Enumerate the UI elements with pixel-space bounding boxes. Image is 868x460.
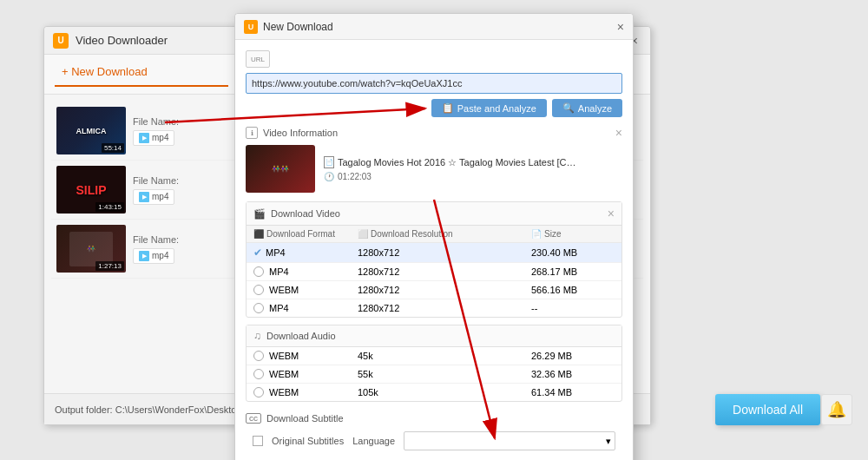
resolution-col-icon: ⬜ (358, 229, 368, 239)
url-input[interactable] (246, 73, 622, 94)
video-details: 📄 Tagalog Movies Hot 2016 ☆ Tagalog Movi… (324, 156, 622, 181)
url-icon: URL (246, 50, 270, 68)
format-cell: WEBM (253, 369, 358, 379)
video-info-close[interactable]: × (615, 126, 622, 140)
new-download-dialog: U New Download × URL 📋 Paste and Analyze (234, 13, 634, 460)
dialog-title: New Download (263, 21, 617, 33)
col-resolution-header: ⬜ Download Resolution (358, 229, 531, 239)
table-row[interactable]: MP4 1280x712 -- (247, 299, 621, 317)
search-icon: 🔍 (562, 102, 575, 114)
radio-button (253, 387, 264, 398)
video-info-row: 👫👫 📄 Tagalog Movies Hot 2016 ☆ Tagalog M… (246, 145, 622, 193)
dialog-logo: U (244, 20, 258, 34)
format-cell: MP4 (253, 266, 358, 277)
url-label-row: URL (246, 50, 622, 68)
url-buttons: 📋 Paste and Analyze 🔍 Analyze (246, 99, 622, 117)
download-video-header: 🎬 Download Video × (247, 202, 621, 226)
download-audio-section: ♫ Download Audio WEBM 45k 26.29 MB (246, 325, 622, 402)
video-info-section-header: ℹ Video Information × (246, 126, 622, 140)
radio-button (253, 369, 264, 379)
col-size-header: 📄 Size (531, 229, 601, 239)
download-video-section: 🎬 Download Video × ⬛ Download Format ⬜ D… (246, 201, 622, 318)
format-cell: WEBM (253, 387, 358, 398)
table-row[interactable]: WEBM 1280x712 566.16 MB (247, 281, 621, 299)
clock-icon: 🕐 (324, 172, 334, 181)
radio-button (253, 303, 264, 313)
language-select[interactable]: ▾ (404, 431, 615, 450)
paste-analyze-button[interactable]: 📋 Paste and Analyze (431, 99, 547, 117)
video-title-text: Tagalog Movies Hot 2016 ☆ Tagalog Movies… (338, 157, 581, 168)
radio-button (253, 266, 264, 277)
col-format-header: ⬛ Download Format (253, 229, 358, 239)
format-cell: ✔ MP4 (253, 246, 358, 259)
size-col-icon: 📄 (531, 229, 542, 239)
video-title-line: 📄 Tagalog Movies Hot 2016 ☆ Tagalog Movi… (324, 156, 622, 168)
radio-button (253, 351, 264, 361)
table-row[interactable]: MP4 1280x712 268.17 MB (247, 263, 621, 281)
clipboard-icon: 📋 (442, 102, 454, 114)
download-video-close[interactable]: × (608, 207, 615, 220)
table-row[interactable]: WEBM 45k 26.29 MB (247, 347, 621, 365)
cc-icon: CC (246, 413, 261, 424)
table-row[interactable]: ✔ MP4 1280x712 230.40 MB (247, 243, 621, 263)
dialog-overlay: U New Download × URL 📋 Paste and Analyze (0, 0, 868, 460)
doc-icon: 📄 (324, 156, 334, 168)
dialog-body: URL 📋 Paste and Analyze 🔍 Analyze ℹ (235, 40, 633, 460)
audio-section-header: ♫ Download Audio (247, 325, 621, 347)
url-section: URL 📋 Paste and Analyze 🔍 Analyze (246, 50, 622, 117)
video-preview-thumbnail: 👫👫 (246, 145, 315, 193)
format-cell: MP4 (253, 303, 358, 313)
check-icon: ✔ (253, 246, 262, 259)
table-header: ⬛ Download Format ⬜ Download Resolution … (247, 226, 621, 243)
table-row[interactable]: WEBM 105k 61.34 MB (247, 384, 621, 401)
radio-button (253, 285, 264, 295)
original-subtitles-checkbox[interactable] (253, 436, 263, 446)
dialog-close-button[interactable]: × (617, 20, 624, 34)
music-icon: ♫ (253, 330, 261, 342)
video-rows-container: ✔ MP4 1280x712 230.40 MB MP4 1280x71 (247, 243, 621, 317)
subtitle-section: CC Download Subtitle Original Subtitles … (246, 409, 622, 454)
format-col-icon: ⬛ (253, 229, 264, 239)
subtitle-row: Original Subtitles Language ▾ (246, 428, 622, 454)
dialog-titlebar: U New Download × (235, 14, 633, 40)
format-cell: WEBM (253, 285, 358, 295)
info-icon: ℹ (246, 127, 258, 139)
video-download-icon: 🎬 (253, 208, 266, 220)
chevron-down-icon: ▾ (606, 436, 611, 447)
video-duration: 🕐 01:22:03 (324, 172, 622, 181)
table-row[interactable]: WEBM 55k 32.36 MB (247, 365, 621, 384)
subtitle-section-header: CC Download Subtitle (246, 409, 622, 428)
format-cell: WEBM (253, 351, 358, 361)
analyze-button[interactable]: 🔍 Analyze (552, 99, 622, 117)
